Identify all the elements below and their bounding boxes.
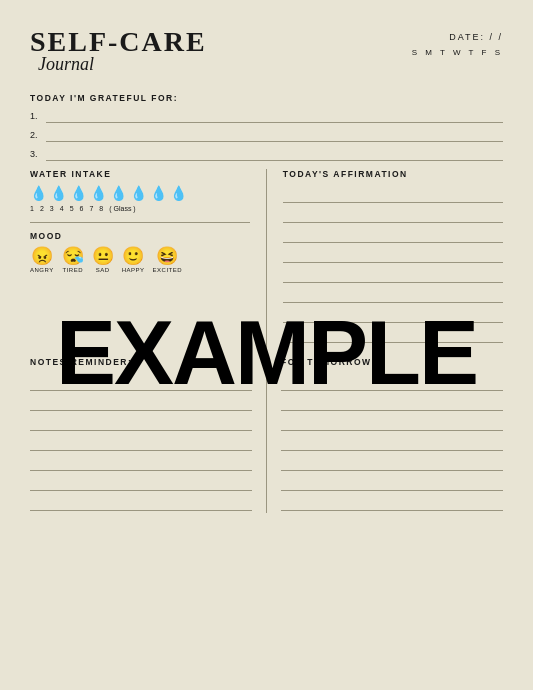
affirmation-label: TODAY'S AFFIRMATION <box>283 169 503 179</box>
mid-section: WATER INTAKE 💧 💧 💧 💧 💧 💧 💧 💧 1 2 3 4 <box>30 169 503 351</box>
drop-7: 💧 <box>150 185 167 202</box>
wn-2: 2 <box>40 205 44 212</box>
header: SELF-CARE Journal DATE: / / S M T W T F … <box>30 28 503 75</box>
notes-line-4 <box>30 433 252 451</box>
aff-line-1 <box>283 185 503 203</box>
tomorrow-line-6 <box>281 473 503 491</box>
left-col: WATER INTAKE 💧 💧 💧 💧 💧 💧 💧 💧 1 2 3 4 <box>30 169 250 351</box>
mood-angry: 😠 ANGRY <box>30 247 54 273</box>
aff-line-5 <box>283 265 503 283</box>
notes-line-2 <box>30 393 252 411</box>
tomorrow-line-5 <box>281 453 503 471</box>
mood-tired: 😪 TIRED <box>62 247 84 273</box>
mood-sad: 😐 SAD <box>92 247 114 273</box>
grateful-number-1: 1. <box>30 111 40 121</box>
grateful-line-2 <box>46 128 503 142</box>
mood-label: MOOD <box>30 231 250 241</box>
tomorrow-line-2 <box>281 393 503 411</box>
wn-3: 3 <box>50 205 54 212</box>
sad-face: 😐 <box>92 247 114 265</box>
grateful-line-1 <box>46 109 503 123</box>
water-numbers: 1 2 3 4 5 6 7 8 ( Glass ) <box>30 205 250 212</box>
tomorrow-line-1 <box>281 373 503 391</box>
tomorrow-line-4 <box>281 433 503 451</box>
water-divider <box>30 222 250 223</box>
tomorrow-section: FOR TOMORROW <box>266 357 503 513</box>
glass-label: ( Glass ) <box>109 205 135 212</box>
wn-6: 6 <box>80 205 84 212</box>
grateful-item-2: 2. <box>30 128 503 142</box>
col-divider <box>266 169 267 351</box>
logo-subtitle: Journal <box>38 54 207 75</box>
drop-2: 💧 <box>50 185 67 202</box>
tomorrow-label: FOR TOMORROW <box>281 357 503 367</box>
drop-5: 💧 <box>110 185 127 202</box>
aff-line-4 <box>283 245 503 263</box>
grateful-number-3: 3. <box>30 149 40 159</box>
notes-lines <box>30 373 252 511</box>
mood-happy: 🙂 HAPPY <box>122 247 145 273</box>
notes-line-5 <box>30 453 252 471</box>
angry-label: ANGRY <box>30 267 54 273</box>
date-area: DATE: / / S M T W T F S <box>412 28 503 57</box>
drop-1: 💧 <box>30 185 47 202</box>
aff-line-3 <box>283 225 503 243</box>
tired-label: TIRED <box>62 267 83 273</box>
mood-section: MOOD 😠 ANGRY 😪 TIRED 😐 SAD <box>30 231 250 273</box>
right-col: TODAY'S AFFIRMATION <box>283 169 503 351</box>
notes-section: NOTES/REMINDER: <box>30 357 266 513</box>
water-label: WATER INTAKE <box>30 169 250 179</box>
sad-label: SAD <box>96 267 110 273</box>
logo-title: SELF-CARE <box>30 28 207 56</box>
date-label: DATE: / / <box>412 32 503 42</box>
affirmation-section: TODAY'S AFFIRMATION <box>283 169 503 343</box>
excited-face: 😆 <box>156 247 178 265</box>
wn-4: 4 <box>60 205 64 212</box>
grateful-item-3: 3. <box>30 147 503 161</box>
notes-line-3 <box>30 413 252 431</box>
notes-line-1 <box>30 373 252 391</box>
tomorrow-line-3 <box>281 413 503 431</box>
notes-line-6 <box>30 473 252 491</box>
drop-6: 💧 <box>130 185 147 202</box>
happy-label: HAPPY <box>122 267 145 273</box>
journal-page: EXAMPLE SELF-CARE Journal DATE: / / S M … <box>0 0 533 690</box>
grateful-line-3 <box>46 147 503 161</box>
water-section: WATER INTAKE 💧 💧 💧 💧 💧 💧 💧 💧 1 2 3 4 <box>30 169 250 212</box>
bottom-section: NOTES/REMINDER: FOR TOMORROW <box>30 357 503 513</box>
wn-7: 7 <box>89 205 93 212</box>
angry-face: 😠 <box>31 247 53 265</box>
days-row: S M T W T F S <box>412 48 503 57</box>
grateful-item-1: 1. <box>30 109 503 123</box>
affirmation-lines <box>283 185 503 343</box>
tomorrow-lines <box>281 373 503 511</box>
mood-excited: 😆 EXCITED <box>153 247 183 273</box>
aff-line-2 <box>283 205 503 223</box>
water-drops: 💧 💧 💧 💧 💧 💧 💧 💧 <box>30 185 250 202</box>
grateful-label: TODAY I'M GRATEFUL FOR: <box>30 93 503 103</box>
aff-line-6 <box>283 285 503 303</box>
tomorrow-line-7 <box>281 493 503 511</box>
mood-faces: 😠 ANGRY 😪 TIRED 😐 SAD 🙂 HAPPY <box>30 247 250 273</box>
aff-line-7 <box>283 305 503 323</box>
wn-1: 1 <box>30 205 34 212</box>
aff-line-8 <box>283 325 503 343</box>
wn-5: 5 <box>70 205 74 212</box>
drop-3: 💧 <box>70 185 87 202</box>
logo-area: SELF-CARE Journal <box>30 28 207 75</box>
drop-8: 💧 <box>170 185 187 202</box>
happy-face: 🙂 <box>122 247 144 265</box>
notes-label: NOTES/REMINDER: <box>30 357 252 367</box>
excited-label: EXCITED <box>153 267 183 273</box>
tired-face: 😪 <box>62 247 84 265</box>
grateful-section: TODAY I'M GRATEFUL FOR: 1. 2. 3. <box>30 93 503 161</box>
wn-8: 8 <box>99 205 103 212</box>
notes-line-7 <box>30 493 252 511</box>
drop-4: 💧 <box>90 185 107 202</box>
grateful-number-2: 2. <box>30 130 40 140</box>
